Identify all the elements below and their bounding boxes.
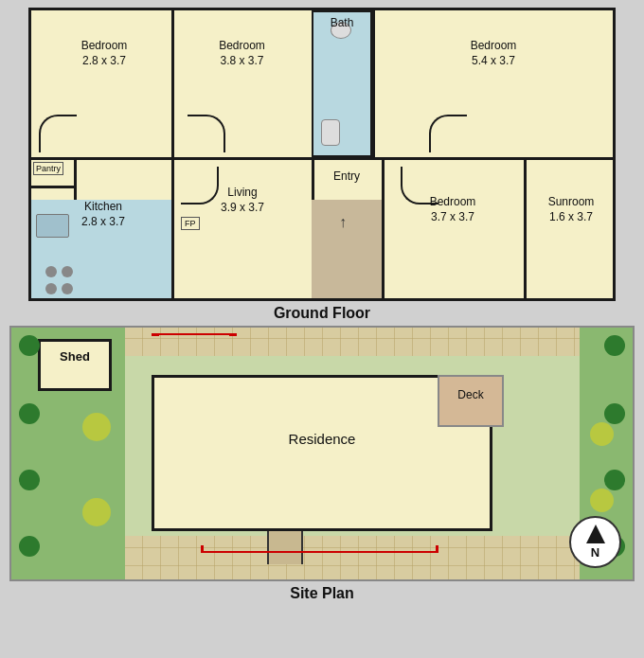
north-label: N bbox=[591, 545, 599, 560]
dim-line-bottom bbox=[201, 551, 438, 553]
deck-building: Deck bbox=[438, 375, 504, 427]
residence-label: Residence bbox=[154, 430, 490, 449]
tree-7 bbox=[604, 470, 625, 490]
bottom-path bbox=[125, 536, 580, 581]
shed-label: Shed bbox=[41, 349, 109, 365]
entry-path bbox=[267, 531, 303, 564]
room-living: Living 3.9 x 3.7 bbox=[176, 186, 309, 215]
tree-1 bbox=[19, 335, 40, 356]
tree-6 bbox=[604, 403, 625, 424]
tree-2 bbox=[19, 403, 40, 424]
room-entry: Entry bbox=[312, 169, 382, 185]
tree-5 bbox=[604, 335, 625, 356]
shrub-2 bbox=[82, 498, 111, 526]
main-container: Pantry FP ↑ Bedroom 2.8 x 3.7 Bedroom 3.… bbox=[0, 0, 644, 658]
room-bedroom4: Bedroom 3.7 x 3.7 bbox=[386, 195, 519, 224]
site-plan-title: Site Plan bbox=[290, 585, 354, 602]
pantry-label: Pantry bbox=[33, 162, 63, 175]
shed-building: Shed bbox=[38, 339, 112, 391]
tree-3 bbox=[19, 470, 40, 490]
tree-4 bbox=[19, 536, 40, 557]
north-triangle bbox=[586, 525, 605, 543]
ground-floor-section: Pantry FP ↑ Bedroom 2.8 x 3.7 Bedroom 3.… bbox=[9, 8, 635, 322]
room-sunroom: Sunroom 1.6 x 3.7 bbox=[528, 195, 614, 224]
room-bedroom1: Bedroom 2.8 x 3.7 bbox=[43, 39, 166, 68]
north-arrow: N bbox=[569, 516, 621, 568]
shrub-3 bbox=[590, 422, 614, 446]
site-plan: Shed Residence Deck bbox=[9, 326, 635, 581]
shrub-1 bbox=[82, 413, 111, 441]
ground-floor-title: Ground Floor bbox=[274, 305, 370, 322]
room-bedroom2: Bedroom 3.8 x 3.7 bbox=[178, 39, 306, 68]
dim-line-top bbox=[152, 333, 232, 335]
top-path bbox=[125, 328, 580, 356]
deck-label: Deck bbox=[439, 388, 502, 403]
shrub-4 bbox=[590, 489, 614, 512]
room-bedroom3: Bedroom 5.4 x 3.7 bbox=[380, 39, 607, 68]
site-plan-section: Shed Residence Deck bbox=[9, 326, 635, 602]
room-kitchen: Kitchen 2.8 x 3.7 bbox=[33, 200, 173, 229]
floor-plan: Pantry FP ↑ Bedroom 2.8 x 3.7 Bedroom 3.… bbox=[28, 8, 616, 301]
fp-label: FP bbox=[181, 217, 200, 230]
room-bath: Bath bbox=[313, 16, 370, 31]
